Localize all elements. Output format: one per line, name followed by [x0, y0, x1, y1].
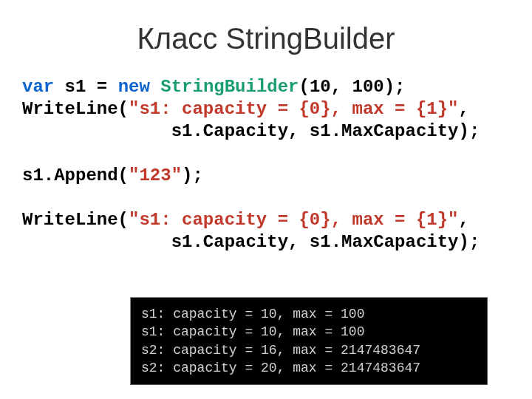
code-text: s1.Capacity, s1.MaxCapacity);	[22, 121, 480, 141]
code-text: WriteLine(	[22, 99, 129, 119]
code-text: WriteLine(	[22, 210, 129, 230]
string-literal: "s1: capacity = {0}, max = {1}"	[129, 99, 458, 119]
string-literal: "123"	[129, 166, 182, 185]
code-block: var s1 = new StringBuilder(10, 100); Wri…	[22, 76, 510, 253]
slide-title: Класс StringBuilder	[22, 22, 510, 55]
console-output-wrap: s1: capacity = 10, max = 100 s1: capacit…	[130, 297, 488, 385]
type-name: StringBuilder	[160, 77, 299, 97]
code-text: s1 =	[54, 77, 117, 97]
console-line: s2: capacity = 20, max = 2147483647	[141, 361, 420, 375]
keyword-new: new	[118, 77, 150, 97]
keyword-var: var	[22, 77, 54, 97]
code-text: s1.Append(	[22, 166, 129, 185]
console-output: s1: capacity = 10, max = 100 s1: capacit…	[130, 297, 488, 385]
console-line: s1: capacity = 10, max = 100	[141, 307, 364, 321]
console-line: s2: capacity = 16, max = 2147483647	[141, 343, 420, 358]
console-line: s1: capacity = 10, max = 100	[141, 324, 364, 339]
code-text: ,	[459, 99, 469, 119]
code-text: );	[182, 166, 203, 185]
code-text: s1.Capacity, s1.MaxCapacity);	[22, 232, 480, 252]
slide: Класс StringBuilder var s1 = new StringB…	[0, 0, 532, 399]
code-text	[150, 77, 160, 97]
string-literal: "s1: capacity = {0}, max = {1}"	[129, 210, 458, 230]
code-text: ,	[459, 210, 469, 230]
code-text: (10, 100);	[299, 77, 406, 97]
